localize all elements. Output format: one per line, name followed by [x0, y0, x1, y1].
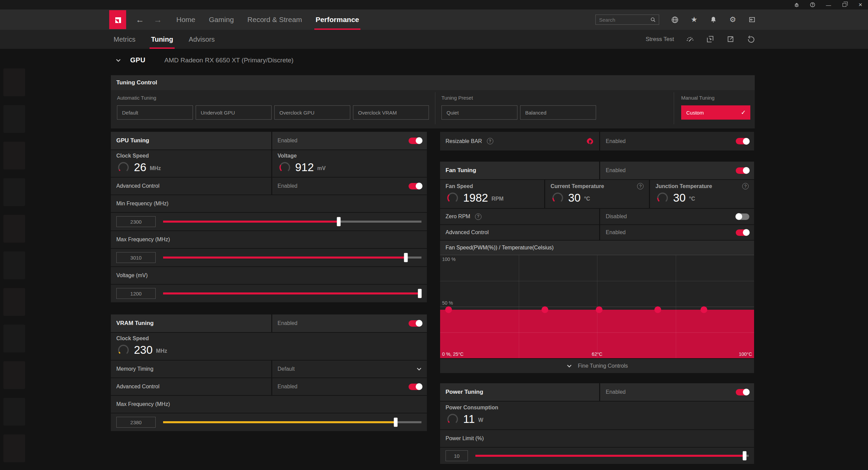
device-name: AMD Radeon RX 6650 XT (Primary/Discrete): [164, 57, 294, 64]
slider-handle[interactable]: [404, 253, 408, 262]
search-input[interactable]: [598, 17, 650, 23]
search-box[interactable]: [595, 15, 659, 25]
max-frequency-slider[interactable]: [163, 257, 421, 259]
slider-handle[interactable]: [418, 289, 421, 298]
help-icon[interactable]: ?: [742, 183, 749, 189]
collapse-gpu-chevron-icon[interactable]: [115, 57, 121, 63]
min-frequency-slider[interactable]: [163, 221, 421, 223]
power-limit-value-box[interactable]: 10: [446, 450, 468, 461]
preset-quiet-button[interactable]: Quiet: [441, 105, 517, 120]
power-tuning-toggle[interactable]: [736, 389, 749, 395]
vram-tuning-toggle[interactable]: [409, 320, 422, 327]
favorites-star-icon[interactable]: ★: [690, 16, 698, 24]
browser-globe-icon[interactable]: [671, 16, 679, 24]
fan-advanced-control-toggle[interactable]: [736, 229, 749, 236]
load-profile-icon[interactable]: [706, 35, 715, 44]
voltage-label: Voltage: [278, 153, 427, 159]
zero-rpm-toggle[interactable]: [736, 213, 749, 220]
fan-curve-point[interactable]: [445, 306, 452, 313]
restore-icon[interactable]: [842, 2, 847, 8]
gpu-advanced-control-toggle[interactable]: [409, 183, 422, 189]
tab-metrics[interactable]: Metrics: [114, 30, 135, 49]
automatic-tuning-label: Automatic Tuning: [117, 95, 429, 101]
gauge-icon: [551, 191, 565, 205]
current-temperature-value: 30: [568, 191, 581, 204]
search-icon[interactable]: [650, 17, 656, 23]
gpu-tuning-toggle[interactable]: [409, 138, 422, 144]
nav-item-home[interactable]: Home: [176, 9, 195, 30]
vram-max-frequency-value-box[interactable]: 2380: [116, 417, 156, 428]
notifications-bell-icon[interactable]: [709, 16, 717, 24]
vram-advanced-label: Advanced Control: [116, 384, 159, 390]
help-icon[interactable]: ?: [637, 183, 644, 189]
memory-timing-dropdown[interactable]: Default: [272, 361, 427, 377]
power-tuning-title: Power Tuning: [446, 389, 483, 395]
help-icon[interactable]: ?: [475, 213, 481, 220]
auto-overclock-vram-button[interactable]: Overclock VRAM: [353, 105, 429, 120]
vram-max-frequency-slider[interactable]: [163, 421, 421, 423]
tab-advisors[interactable]: Advisors: [189, 30, 215, 49]
bug-report-icon[interactable]: [794, 2, 800, 8]
x-axis-label-min: 0 %, 25°C: [442, 351, 463, 357]
share-profile-icon[interactable]: [726, 35, 735, 44]
gauge-icon: [116, 343, 131, 357]
settings-gear-icon[interactable]: ⚙: [729, 16, 737, 24]
nav-item-record-stream[interactable]: Record & Stream: [248, 9, 302, 30]
voltage-value-box[interactable]: 1200: [116, 288, 156, 299]
stress-test-gauge-icon[interactable]: [686, 35, 694, 44]
reset-undo-icon[interactable]: [747, 35, 755, 44]
manual-custom-button[interactable]: Custom ✓: [681, 105, 750, 120]
vram-clock-value: 230: [134, 344, 153, 356]
fan-curve-point[interactable]: [701, 306, 707, 313]
power-limit-slider[interactable]: [475, 455, 749, 457]
resizable-bar-status: Enabled: [606, 138, 626, 144]
gpu-tuning-status: Enabled: [278, 138, 298, 144]
auto-undervolt-gpu-button[interactable]: Undervolt GPU: [196, 105, 272, 120]
vram-advanced-status: Enabled: [278, 384, 298, 390]
fan-curve-point[interactable]: [654, 306, 661, 313]
fan-curve-point[interactable]: [596, 306, 603, 313]
close-icon[interactable]: ×: [857, 2, 863, 8]
fan-tuning-panel: Fan Tuning Enabled Fan Speed 1982 RPM: [440, 162, 754, 373]
collapse-drawer-icon[interactable]: [748, 16, 756, 24]
chevron-down-icon: [416, 366, 422, 372]
nav-item-gaming[interactable]: Gaming: [209, 9, 234, 30]
fine-tuning-controls-toggle[interactable]: Fine Tuning Controls: [440, 359, 754, 373]
max-frequency-value-box[interactable]: 3010: [116, 252, 156, 263]
fan-advanced-status: Enabled: [606, 229, 626, 236]
power-consumption-unit: W: [478, 417, 483, 423]
vram-advanced-control-toggle[interactable]: [409, 384, 422, 390]
auto-overclock-gpu-button[interactable]: Overclock GPU: [274, 105, 350, 120]
x-axis-label-max: 100°C: [739, 351, 752, 357]
voltage-slider[interactable]: [163, 292, 421, 294]
min-frequency-value-box[interactable]: 2300: [116, 216, 156, 227]
y-axis-label-100: 100 %: [442, 257, 456, 262]
manual-tuning-group: Manual Tuning Custom ✓: [681, 95, 750, 120]
help-icon[interactable]: [810, 2, 815, 8]
fan-speed-value: 1982: [463, 191, 488, 204]
forward-arrow-icon[interactable]: →: [154, 15, 162, 25]
junction-temperature-label: Junction Temperature: [655, 183, 712, 189]
manual-tuning-label: Manual Tuning: [681, 95, 750, 101]
nav-item-performance[interactable]: Performance: [316, 9, 359, 30]
preset-balanced-button[interactable]: Balanced: [520, 105, 596, 120]
slider-handle[interactable]: [743, 451, 746, 461]
power-tuning-status: Enabled: [606, 389, 626, 395]
fan-curve-plot[interactable]: 100 % 50 % 0 %, 25°C 62°C 100°C: [440, 255, 754, 358]
back-arrow-icon[interactable]: ←: [136, 15, 144, 25]
slider-handle[interactable]: [394, 418, 397, 427]
fan-tuning-toggle[interactable]: [736, 167, 749, 174]
slider-handle[interactable]: [337, 217, 341, 226]
fan-curve-point[interactable]: [541, 306, 548, 313]
auto-default-button[interactable]: Default: [117, 105, 193, 120]
tuning-page: GPU AMD Radeon RX 6650 XT (Primary/Discr…: [0, 49, 868, 470]
left-column: GPU Tuning Enabled Clock Speed 26 MHz: [111, 132, 427, 432]
voltage-slider-label-row: Voltage (mV): [111, 267, 427, 284]
help-icon[interactable]: ?: [487, 138, 493, 144]
fan-advanced-label: Advanced Control: [446, 229, 489, 236]
minimize-icon[interactable]: —: [826, 2, 831, 8]
tab-tuning[interactable]: Tuning: [151, 30, 173, 49]
resizable-bar-toggle[interactable]: [736, 138, 749, 144]
junction-temperature-unit: °C: [689, 196, 695, 202]
amd-logo[interactable]: [109, 10, 126, 29]
